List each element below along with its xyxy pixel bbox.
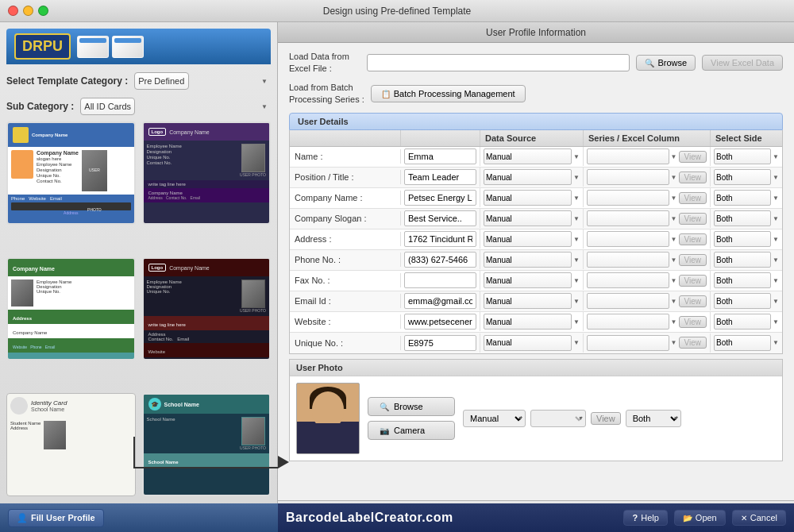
maximize-window-button[interactable] (38, 6, 48, 16)
close-window-button[interactable] (8, 6, 18, 16)
field-side-select-3[interactable]: Both (714, 210, 771, 226)
batch-processing-button[interactable]: Batch Processing Management (371, 85, 526, 102)
field-side-select-0[interactable]: Both (714, 148, 771, 164)
field-view-btn-1[interactable]: View (679, 172, 707, 183)
view-excel-button[interactable]: View Excel Data (702, 55, 783, 71)
field-excel-select-4[interactable] (587, 231, 669, 247)
field-source-8[interactable]: Manual ▼ (480, 312, 584, 331)
field-side-9[interactable]: Both ▼ (711, 333, 782, 353)
field-side-1[interactable]: Both ▼ (711, 168, 782, 187)
field-value-input-4[interactable] (404, 231, 476, 247)
field-excel-7[interactable]: ▼ View (584, 291, 711, 310)
field-side-select-2[interactable]: Both (714, 190, 771, 206)
field-source-select-6[interactable]: Manual (484, 272, 572, 288)
field-side-select-5[interactable]: Both (714, 252, 771, 268)
field-excel-select-8[interactable] (587, 314, 669, 330)
photo-excel-select[interactable] (530, 410, 586, 427)
field-input-1[interactable] (401, 168, 480, 187)
field-excel-0[interactable]: ▼ View (584, 147, 711, 166)
field-source-select-5[interactable]: Manual (484, 252, 572, 268)
field-side-4[interactable]: Both ▼ (711, 229, 782, 249)
field-source-7[interactable]: Manual ▼ (480, 291, 584, 310)
field-source-select-4[interactable]: Manual (484, 231, 572, 247)
field-excel-4[interactable]: ▼ View (584, 229, 711, 249)
photo-side-select[interactable]: Both (626, 410, 681, 427)
field-input-4[interactable] (401, 229, 480, 249)
field-input-7[interactable] (401, 291, 480, 310)
field-value-input-7[interactable] (404, 293, 476, 309)
field-side-select-8[interactable]: Both (714, 314, 771, 330)
field-source-select-0[interactable]: Manual (484, 148, 572, 164)
field-side-select-7[interactable]: Both (714, 293, 771, 309)
field-input-2[interactable] (401, 188, 480, 207)
field-view-btn-9[interactable]: View (679, 337, 707, 349)
field-input-0[interactable] (401, 147, 480, 166)
fill-user-profile-button[interactable]: Fill User Profile (8, 509, 104, 527)
field-source-select-7[interactable]: Manual (484, 293, 572, 309)
field-source-9[interactable]: Manual ▼ (480, 333, 584, 353)
category-select[interactable]: Pre Defined (134, 72, 189, 90)
field-view-btn-2[interactable]: View (679, 192, 707, 204)
app-open-button[interactable]: Open (674, 510, 726, 526)
field-excel-select-6[interactable] (587, 272, 669, 288)
template-card-2[interactable]: Logo Company Name Employee Name Designat… (142, 121, 272, 225)
template-card-3[interactable]: Company Name Employee Name Designation U… (6, 257, 136, 360)
template-card-4[interactable]: Logo Company Name Employee Name Designat… (142, 257, 272, 360)
field-side-select-1[interactable]: Both (714, 169, 771, 185)
window-controls[interactable] (8, 6, 48, 16)
field-excel-select-5[interactable] (587, 252, 669, 268)
field-source-4[interactable]: Manual ▼ (480, 229, 584, 249)
app-cancel-button[interactable]: Cancel (732, 510, 786, 526)
field-excel-3[interactable]: ▼ View (584, 209, 711, 228)
photo-browse-button[interactable]: Browse (368, 397, 455, 416)
field-excel-5[interactable]: ▼ View (584, 250, 711, 269)
field-input-9[interactable] (401, 333, 480, 353)
field-excel-select-9[interactable] (587, 335, 669, 351)
field-side-0[interactable]: Both ▼ (711, 147, 782, 166)
field-excel-8[interactable]: ▼ View (584, 312, 711, 331)
field-view-btn-3[interactable]: View (679, 213, 707, 225)
field-excel-1[interactable]: ▼ View (584, 168, 711, 187)
field-source-select-9[interactable]: Manual (484, 335, 572, 351)
field-value-input-0[interactable] (404, 148, 476, 164)
field-excel-select-0[interactable] (587, 148, 669, 164)
field-value-input-5[interactable] (404, 252, 476, 268)
field-value-input-1[interactable] (404, 169, 476, 185)
field-input-8[interactable] (401, 312, 480, 331)
field-source-select-3[interactable]: Manual (484, 210, 572, 226)
template-card-1[interactable]: Company Name Company Name slogan here Em… (6, 121, 136, 225)
photo-view-button[interactable]: View (591, 412, 621, 425)
field-excel-9[interactable]: ▼ View (584, 333, 711, 353)
field-view-btn-7[interactable]: View (679, 295, 707, 307)
field-source-5[interactable]: Manual ▼ (480, 250, 584, 269)
browse-excel-button[interactable]: Browse (636, 55, 696, 71)
field-input-5[interactable] (401, 250, 480, 269)
field-source-1[interactable]: Manual ▼ (480, 168, 584, 187)
subcategory-select-wrapper[interactable]: All ID Cards (80, 98, 271, 115)
field-source-select-8[interactable]: Manual (484, 314, 572, 330)
field-source-3[interactable]: Manual ▼ (480, 209, 584, 228)
field-view-btn-0[interactable]: View (679, 151, 707, 163)
field-side-select-6[interactable]: Both (714, 272, 771, 288)
field-value-input-6[interactable] (404, 272, 476, 288)
field-side-3[interactable]: Both ▼ (711, 209, 782, 228)
photo-source-select[interactable]: Manual (463, 410, 526, 427)
template-card-5[interactable]: Identity Card School Name Student Name A… (6, 393, 136, 496)
field-side-6[interactable]: Both ▼ (711, 271, 782, 290)
field-input-6[interactable] (401, 271, 480, 290)
field-excel-2[interactable]: ▼ View (584, 188, 711, 207)
field-excel-select-3[interactable] (587, 210, 669, 226)
subcategory-select[interactable]: All ID Cards (80, 98, 135, 115)
field-excel-select-2[interactable] (587, 190, 669, 206)
field-value-input-3[interactable] (404, 210, 476, 226)
category-select-wrapper[interactable]: Pre Defined (134, 72, 271, 90)
app-help-button[interactable]: Help (623, 510, 667, 526)
field-side-2[interactable]: Both ▼ (711, 188, 782, 207)
minimize-window-button[interactable] (23, 6, 33, 16)
field-side-5[interactable]: Both ▼ (711, 250, 782, 269)
field-value-input-9[interactable] (404, 335, 476, 351)
field-excel-select-1[interactable] (587, 169, 669, 185)
field-view-btn-4[interactable]: View (679, 233, 707, 245)
photo-camera-button[interactable]: Camera (368, 421, 455, 440)
field-value-input-8[interactable] (404, 314, 476, 330)
